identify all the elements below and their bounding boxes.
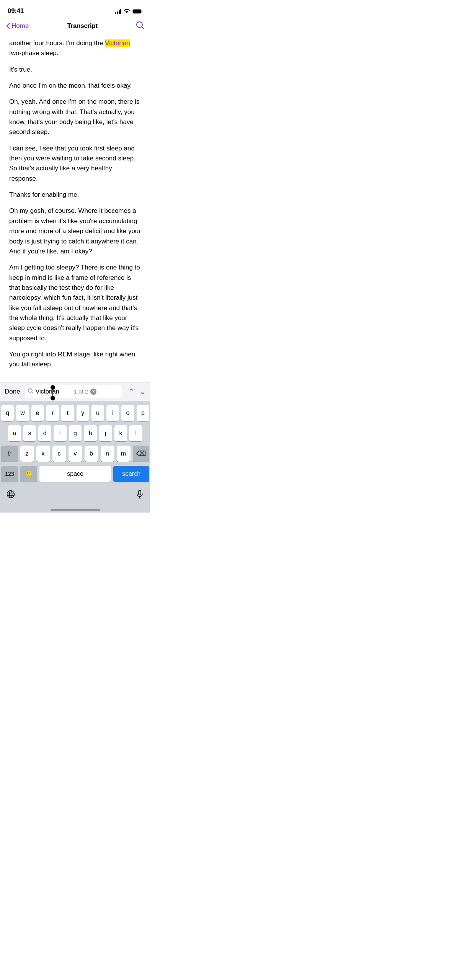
key-e[interactable]: e [31, 405, 44, 421]
find-nav-buttons: ⌃ ⌄ [128, 387, 146, 396]
key-w[interactable]: w [16, 405, 29, 421]
key-u[interactable]: u [91, 405, 104, 421]
key-z[interactable]: z [20, 446, 34, 462]
svg-rect-8 [139, 490, 141, 495]
mic-icon [135, 490, 144, 499]
find-search-icon [28, 388, 33, 395]
key-k[interactable]: k [114, 425, 127, 441]
chevron-left-icon [6, 23, 10, 29]
num-key[interactable]: 123 [1, 466, 18, 482]
find-clear-button[interactable]: ✕ [90, 389, 96, 395]
key-f[interactable]: f [54, 425, 67, 441]
page-title: Transcript [67, 22, 98, 30]
paragraph-9: You go right into REM stage, like right … [9, 350, 141, 370]
emoji-key[interactable]: 🙂 [20, 466, 37, 482]
delete-key[interactable]: ⌫ [133, 446, 150, 462]
paragraph-8: Am I getting too sleepy? There is one th… [9, 263, 141, 343]
shift-key[interactable]: ⇧ [1, 446, 18, 462]
find-input-wrapper: 1 of 2 ✕ [25, 385, 122, 398]
key-y[interactable]: y [77, 405, 89, 421]
key-c[interactable]: c [52, 446, 66, 462]
key-m[interactable]: m [117, 446, 131, 462]
key-h[interactable]: h [84, 425, 97, 441]
paragraph-5: I can see, I see that you took first sle… [9, 144, 141, 184]
find-prev-button[interactable]: ⌃ [128, 387, 135, 396]
status-bar: 09:41 [0, 0, 150, 18]
key-p[interactable]: p [137, 405, 149, 421]
space-key[interactable]: space [39, 466, 111, 482]
transcript-content: another four hours. I'm doing the Victor… [0, 35, 150, 382]
keyboard-row-1: q w e r t y u i o p [1, 405, 149, 421]
key-j[interactable]: j [99, 425, 112, 441]
svg-point-4 [7, 490, 15, 498]
key-v[interactable]: v [69, 446, 82, 462]
home-indicator [0, 506, 150, 513]
key-o[interactable]: o [121, 405, 134, 421]
key-r[interactable]: r [46, 405, 59, 421]
keyboard: q w e r t y u i o p a s d f g h j k l ⇧ … [0, 401, 150, 506]
keyboard-row-2: a s d f g h j k l [1, 425, 149, 441]
search-button[interactable] [136, 21, 144, 31]
nav-bar: Home Transcript [0, 18, 150, 35]
search-key[interactable]: search [113, 466, 149, 482]
find-results-count: 1 of 2 [74, 388, 88, 395]
search-icon [136, 21, 144, 29]
key-x[interactable]: x [36, 446, 50, 462]
keyboard-bottom-row [1, 486, 149, 502]
key-n[interactable]: n [101, 446, 114, 462]
paragraph-3: And once I'm on the moon, that feels oka… [9, 81, 141, 91]
key-g[interactable]: g [69, 425, 82, 441]
paragraph-4: Oh, yeah. And once I'm on the moon, ther… [9, 97, 141, 137]
signal-icon [115, 9, 122, 14]
globe-icon [6, 490, 15, 499]
done-button[interactable]: Done [5, 388, 20, 395]
paragraph-6: Thanks for enabling me. [9, 190, 141, 200]
wifi-icon [124, 8, 130, 15]
cursor-bottom-dot [51, 396, 55, 400]
keyboard-row-3: ⇧ z x c v b n m ⌫ [1, 446, 149, 462]
paragraph-1: another four hours. I'm doing the Victor… [9, 38, 141, 59]
svg-point-5 [10, 490, 12, 498]
key-l[interactable]: l [129, 425, 142, 441]
find-bar: Done 1 of 2 ✕ ⌃ ⌄ [0, 382, 150, 401]
key-q[interactable]: q [1, 405, 14, 421]
battery-icon [132, 9, 143, 14]
svg-rect-1 [133, 9, 141, 13]
paragraph-2: It's true. [9, 65, 141, 75]
key-d[interactable]: d [38, 425, 51, 441]
cursor-line [52, 386, 53, 397]
highlighted-word: Victorian [105, 39, 130, 47]
status-time: 09:41 [8, 7, 24, 15]
paragraph-7: Oh my gosh, of course. Where it becomes … [9, 206, 141, 256]
back-button[interactable]: Home [6, 22, 29, 30]
key-t[interactable]: t [61, 405, 74, 421]
home-bar [51, 509, 100, 511]
find-cursor-area [36, 388, 70, 395]
back-label: Home [11, 22, 29, 30]
key-b[interactable]: b [85, 446, 98, 462]
keyboard-row-4: 123 🙂 space search [1, 466, 149, 482]
mic-key[interactable] [131, 486, 148, 502]
find-next-button[interactable]: ⌄ [139, 387, 146, 396]
key-a[interactable]: a [8, 425, 21, 441]
status-icons [115, 8, 143, 15]
key-s[interactable]: s [23, 425, 36, 441]
key-i[interactable]: i [106, 405, 119, 421]
globe-key[interactable] [2, 486, 19, 502]
